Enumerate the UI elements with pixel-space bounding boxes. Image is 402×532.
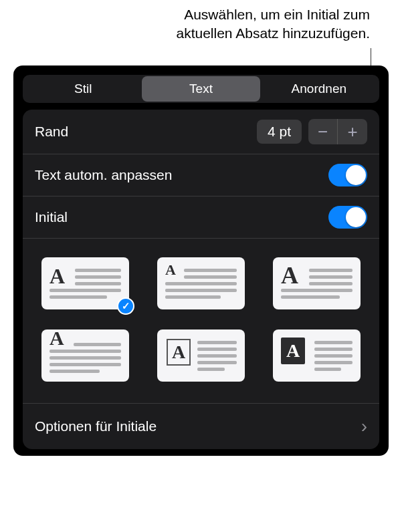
- autofit-label: Text autom. anpassen: [35, 167, 328, 183]
- dropcap-style-5[interactable]: A: [157, 329, 245, 382]
- dropcap-style-1[interactable]: A ✓: [41, 257, 129, 309]
- row-autofit: Text autom. anpassen: [23, 154, 379, 196]
- rand-label: Rand: [35, 124, 257, 140]
- dropcap-letter-icon: A: [167, 339, 191, 366]
- callout-annotation: Auswählen, um ein Initial zum aktuellen …: [176, 5, 370, 43]
- dropcap-letter-icon: A: [165, 261, 176, 279]
- row-initial-options[interactable]: Optionen für Initiale ›: [23, 404, 379, 449]
- tab-anordnen[interactable]: Anordnen: [260, 76, 378, 102]
- dropcap-style-2[interactable]: A: [157, 257, 245, 309]
- autofit-toggle[interactable]: [328, 164, 367, 186]
- callout-line-1: Auswählen, um ein Initial zum: [176, 5, 370, 24]
- tab-text[interactable]: Text: [142, 76, 260, 102]
- dropcap-style-3[interactable]: A: [273, 257, 361, 309]
- chevron-right-icon: ›: [361, 416, 367, 437]
- panel-body: Rand 4 pt − + Text autom. anpassen Initi…: [23, 110, 379, 449]
- row-initial: Initial: [23, 196, 379, 239]
- selected-checkmark-icon: ✓: [117, 297, 134, 315]
- dropcap-style-4[interactable]: A: [41, 329, 129, 382]
- toggle-knob: [346, 207, 366, 227]
- rand-value[interactable]: 4 pt: [257, 120, 302, 144]
- text-lines-icon: [165, 269, 237, 299]
- tab-stil[interactable]: Stil: [24, 76, 142, 102]
- inspector-panel: Stil Text Anordnen Rand 4 pt − + Text au…: [13, 65, 389, 456]
- dropcap-style-grid: A ✓ A A A: [23, 239, 379, 404]
- inspector-tabs: Stil Text Anordnen: [23, 75, 379, 103]
- callout-line-2: aktuellen Absatz hinzuzufügen.: [176, 24, 370, 43]
- dropcap-letter-icon: A: [281, 338, 305, 364]
- row-rand: Rand 4 pt − +: [23, 110, 379, 154]
- rand-decrement-button[interactable]: −: [308, 119, 338, 144]
- dropcap-style-6[interactable]: A: [273, 329, 361, 382]
- rand-increment-button[interactable]: +: [338, 119, 367, 144]
- initial-toggle[interactable]: [328, 206, 367, 229]
- dropcap-letter-icon: A: [49, 264, 65, 289]
- rand-stepper: − +: [308, 119, 367, 144]
- initial-label: Initial: [35, 209, 328, 225]
- toggle-knob: [346, 165, 366, 185]
- dropcap-letter-icon: A: [49, 327, 64, 350]
- initial-options-label: Optionen für Initiale: [35, 418, 361, 434]
- dropcap-letter-icon: A: [281, 261, 298, 289]
